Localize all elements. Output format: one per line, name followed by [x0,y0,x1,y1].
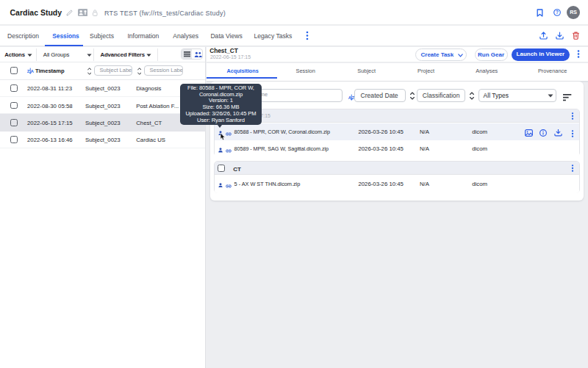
svg-text:?: ? [556,10,559,15]
